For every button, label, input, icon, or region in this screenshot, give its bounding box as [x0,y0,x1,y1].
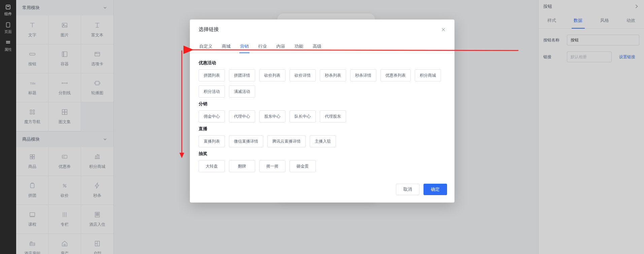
modal-tabs: 自定义商城营销行业内容功能高级 [190,40,454,53]
modal-tab[interactable]: 自定义 [199,40,213,53]
link-section: 优惠活动拼团列表拼团详情砍价列表砍价详情秒杀列表秒杀详情优惠券列表积分商城积分活… [199,60,446,98]
link-chip[interactable]: 拼团列表 [199,69,225,81]
link-chip[interactable]: 翻牌 [229,160,255,172]
link-chip[interactable]: 积分商城 [415,69,441,81]
chip-group: 佣金中心代理中心股东中心队长中心代理股东 [199,110,446,122]
link-chip[interactable]: 大转盘 [199,160,225,172]
link-chip[interactable]: 秒杀列表 [320,69,346,81]
link-chip[interactable]: 砸金蛋 [290,160,316,172]
link-section: 直播直播列表微信直播详情腾讯云直播详情主播入驻 [199,126,446,147]
link-chip[interactable]: 砍价详情 [290,69,316,81]
link-chip[interactable]: 主播入驻 [310,135,336,147]
modal-tab[interactable]: 营销 [239,40,249,53]
link-chip[interactable]: 微信直播详情 [229,135,263,147]
chip-group: 直播列表微信直播详情腾讯云直播详情主播入驻 [199,135,446,147]
link-chip[interactable]: 砍价列表 [259,69,285,81]
app-root: 组件 页面 属性 常用模块 文字图片富文本按钮容器选项卡Title标题分割线轮播… [0,0,644,254]
link-section-title: 分销 [199,101,446,107]
link-chip[interactable]: 佣金中心 [199,110,225,122]
link-chip[interactable]: 积分活动 [199,85,225,98]
modal-footer: 取消 确定 [190,178,454,203]
close-icon[interactable] [441,27,446,32]
link-chip[interactable]: 拼团详情 [229,69,255,81]
link-chip[interactable]: 队长中心 [290,110,316,122]
modal-tab[interactable]: 功能 [294,40,304,53]
link-chip[interactable]: 满减活动 [229,85,255,98]
ok-button[interactable]: 确定 [423,184,447,195]
link-chip[interactable]: 直播列表 [199,135,225,147]
modal-tab[interactable]: 内容 [276,40,286,53]
link-chip[interactable]: 优惠券列表 [380,69,411,81]
chip-group: 大转盘翻牌摇一摇砸金蛋 [199,160,446,172]
link-chip[interactable]: 摇一摇 [259,160,285,172]
modal-tab[interactable]: 商城 [221,40,231,53]
link-section-title: 抽奖 [199,151,446,157]
modal-body: 优惠活动拼团列表拼团详情砍价列表砍价详情秒杀列表秒杀详情优惠券列表积分商城积分活… [190,53,454,178]
link-chip[interactable]: 秒杀详情 [350,69,376,81]
cancel-button[interactable]: 取消 [396,184,419,195]
link-section-title: 直播 [199,126,446,132]
link-chip[interactable]: 代理中心 [229,110,255,122]
link-chip[interactable]: 股东中心 [259,110,285,122]
modal-tab[interactable]: 高级 [312,40,322,53]
link-chip[interactable]: 代理股东 [320,110,346,122]
link-section-title: 优惠活动 [199,60,446,66]
link-section: 分销佣金中心代理中心股东中心队长中心代理股东 [199,101,446,122]
link-chip[interactable]: 腾讯云直播详情 [267,135,306,147]
modal-tab[interactable]: 行业 [258,40,268,53]
chip-group: 拼团列表拼团详情砍价列表砍价详情秒杀列表秒杀详情优惠券列表积分商城积分活动满减活… [199,69,446,98]
modal-header: 选择链接 [190,20,454,37]
link-picker-modal: 选择链接 自定义商城营销行业内容功能高级 优惠活动拼团列表拼团详情砍价列表砍价详… [190,20,454,203]
link-section: 抽奖大转盘翻牌摇一摇砸金蛋 [199,151,446,172]
modal-title: 选择链接 [199,26,219,33]
